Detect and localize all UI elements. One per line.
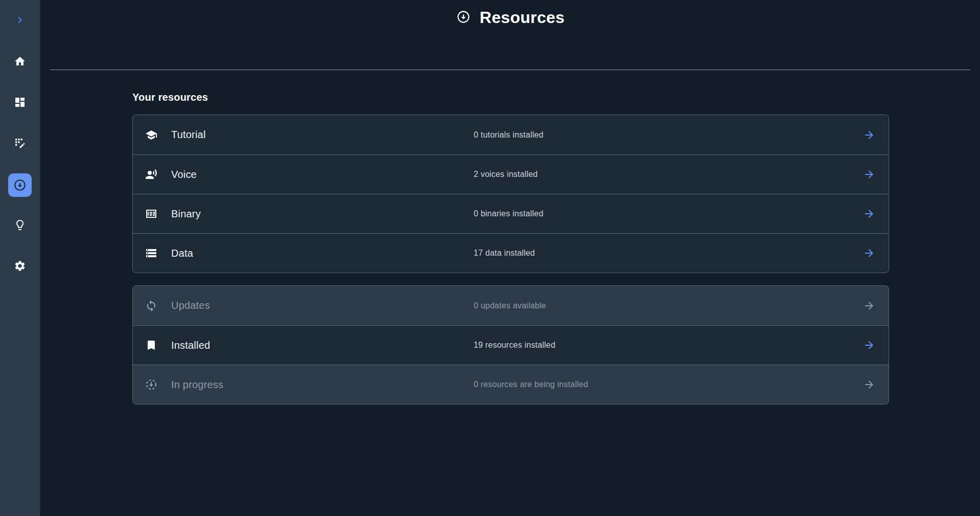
- row-label: In progress: [171, 379, 474, 391]
- row-updates: Updates 0 updates available: [133, 286, 889, 325]
- school-icon: [145, 129, 157, 141]
- row-data[interactable]: Data 17 data installed: [133, 233, 889, 273]
- row-label: Voice: [171, 169, 474, 181]
- row-in-progress: In progress 0 resources are being instal…: [133, 365, 889, 404]
- row-label: Tutorial: [171, 129, 474, 141]
- main-area: Resources Your resources Tutorial 0 tuto…: [41, 0, 980, 516]
- downloading-icon: [145, 378, 157, 391]
- arrow-right-icon[interactable]: [863, 247, 875, 259]
- sidebar-expand-button[interactable]: [0, 0, 40, 42]
- sidebar-item-ideas[interactable]: [0, 206, 40, 246]
- arrow-right-icon[interactable]: [863, 339, 875, 351]
- row-status: 0 tutorials installed: [474, 130, 863, 140]
- row-label: Data: [171, 248, 474, 259]
- bookmark-icon: [145, 339, 157, 351]
- row-voice[interactable]: Voice 2 voices installed: [133, 154, 889, 194]
- header-divider: [50, 70, 970, 70]
- row-installed[interactable]: Installed 19 resources installed: [133, 325, 889, 365]
- row-tutorial[interactable]: Tutorial 0 tutorials installed: [133, 115, 889, 154]
- sidebar-item-resources-active[interactable]: [0, 165, 40, 206]
- arrow-right-icon[interactable]: [863, 168, 875, 181]
- download-circle-icon: [456, 10, 471, 26]
- data-icon: [145, 247, 157, 259]
- sync-icon: [145, 300, 157, 312]
- row-label: Updates: [171, 300, 474, 311]
- sidebar: [0, 0, 41, 516]
- arrow-right-icon: [863, 378, 875, 391]
- voice-icon: [145, 168, 157, 181]
- row-status: 0 binaries installed: [474, 209, 863, 218]
- row-status: 2 voices installed: [474, 170, 863, 179]
- lightbulb-icon: [14, 219, 26, 233]
- row-label: Binary: [171, 208, 474, 220]
- row-status: 0 updates available: [474, 301, 863, 310]
- row-status: 0 resources are being installed: [474, 380, 863, 389]
- row-status: 17 data installed: [474, 249, 863, 258]
- page-title-row: Resources: [41, 8, 980, 27]
- row-binary[interactable]: Binary 0 binaries installed: [133, 194, 889, 233]
- dashboard-icon: [14, 96, 26, 110]
- page-title: Resources: [480, 8, 565, 27]
- resource-status-card: Updates 0 updates available Installed 19…: [132, 285, 889, 405]
- sidebar-item-dashboard[interactable]: [0, 83, 40, 124]
- arrow-right-icon[interactable]: [863, 129, 875, 141]
- section-title: Your resources: [132, 92, 980, 103]
- sidebar-item-home[interactable]: [0, 42, 40, 83]
- row-label: Installed: [171, 340, 474, 351]
- resource-types-card: Tutorial 0 tutorials installed Voice 2 v…: [132, 115, 889, 273]
- resources-content: Your resources Tutorial 0 tutorials inst…: [41, 70, 980, 405]
- sidebar-item-settings[interactable]: [0, 246, 40, 287]
- arrow-right-icon[interactable]: [863, 208, 875, 220]
- download-circle-icon: [8, 173, 32, 197]
- grid-edit-icon: [14, 137, 26, 151]
- arrow-right-icon: [863, 300, 875, 312]
- app-window: Resources Your resources Tutorial 0 tuto…: [0, 0, 980, 516]
- sidebar-item-compose[interactable]: [0, 124, 40, 165]
- gear-icon: [14, 260, 26, 274]
- row-status: 19 resources installed: [474, 341, 863, 350]
- home-icon: [14, 55, 26, 70]
- chevron-right-icon: [13, 13, 27, 29]
- page-header: Resources: [41, 0, 980, 70]
- binary-icon: [145, 208, 157, 220]
